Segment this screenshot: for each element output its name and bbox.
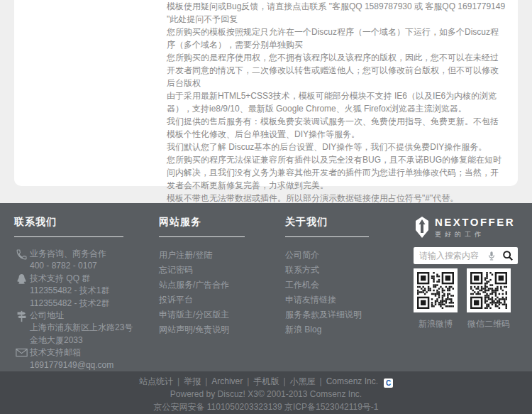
footer-service-link[interactable]: 忘记密码 — [159, 263, 245, 278]
separator: | — [205, 376, 207, 386]
contact-line: 1691779149@qq.com — [30, 359, 123, 371]
services-title: 网站服务 — [159, 216, 245, 227]
footer-about-link[interactable]: 公司简介 — [285, 248, 369, 263]
about-links: 公司简介联系方式工作机会申请友情链接服务条款及详细说明新浪 Blog — [285, 248, 369, 337]
comsenz-icon[interactable]: C — [384, 378, 393, 388]
icp-record: 京公安网安备 1101050203323139 京ICP备1523042119号… — [0, 401, 532, 413]
weibo-qr-block: 新浪微博 — [414, 268, 458, 330]
brand-tagline: 更好的工作 — [435, 230, 515, 239]
qq-icon — [16, 273, 28, 286]
contact-group: 业务咨询、商务合作400 - 8782 - 0107 — [14, 248, 123, 273]
contact-line: 金地大厦2033 — [30, 334, 123, 347]
contact-group: 公司地址上海市浦东新区上水路23号金地大厦2033 — [14, 310, 123, 347]
footer-about-link[interactable]: 工作机会 — [285, 278, 369, 293]
bottombar-link[interactable]: 手机版 — [253, 376, 279, 386]
bottombar-link[interactable]: 站点统计 — [139, 376, 173, 386]
bottombar-link[interactable]: 举报 — [184, 376, 201, 386]
footer-service-link[interactable]: 站点服务/广告合作 — [159, 278, 245, 293]
contact-line: 112355482 - 技术1群 — [30, 285, 123, 297]
qr-label: 新浪微博 — [414, 318, 458, 330]
separator: | — [283, 376, 285, 386]
terms-paragraph: 您所购买的模板按照规定只允许在一个Discuz程序（一个域名）下运行，如多个Di… — [167, 26, 506, 51]
terms-paragraph: 由于采用最新HTML5+CSS3技术，模板可能部分模块不支持 IE6（以及IE6… — [167, 89, 506, 115]
nextoffer-badge-icon — [414, 217, 431, 241]
footer-service-link[interactable]: 用户注册/登陆 — [159, 248, 245, 263]
wechat-qr-block: 微信二维码 — [467, 268, 511, 330]
footer-brand-column: NEXTOFFER 更好的工作 — [414, 216, 518, 330]
contact-group: 技术支持邮箱1691779149@qq.com — [14, 347, 123, 371]
brand-logo: NEXTOFFER 更好的工作 — [414, 216, 518, 241]
services-links: 用户注册/登陆忘记密码站点服务/广告合作投诉平台申请版主/分区版主网站声明/免责… — [159, 248, 245, 337]
bottombar-links: 站点统计|举报|Archiver|手机版|小黑屋|Comsenz Inc.C — [0, 375, 532, 388]
separator: | — [320, 376, 322, 386]
brand-name: NEXTOFFER — [435, 216, 515, 228]
mail-icon — [16, 347, 28, 360]
footer-service-link[interactable]: 网站声明/免责说明 — [159, 322, 245, 337]
bottombar-link[interactable]: Archiver — [211, 376, 243, 386]
column-underline — [285, 236, 369, 237]
terms-paragraph: 我们提供的售后服务有：模板免费安装调试服务一次、免费使用指导、免费更新。不包括模… — [167, 115, 506, 141]
contact-title: 联系我们 — [14, 216, 123, 227]
footer-about-link[interactable]: 申请友情链接 — [285, 293, 369, 307]
bottombar: 站点统计|举报|Archiver|手机版|小黑屋|Comsenz Inc.C P… — [0, 371, 532, 414]
search-input[interactable] — [414, 251, 485, 261]
bottombar-link[interactable]: Comsenz Inc. — [326, 376, 378, 386]
terms-paragraph: 模板使用疑问或Bug反馈，请直接点击联系 "客服QQ 1589787930 或 … — [167, 0, 506, 26]
contact-line: 112355482 - 技术2群 — [30, 298, 123, 310]
terms-paragraph: 您所购买的是程序使用权，您不拥有该程序以及该程序的版权，因此，您不可以在未经过开… — [167, 51, 506, 89]
terms-paragraph: 我们默认您了解 Discuz基本的后台设置、DIY操作等，我们不提供免费DIY操… — [167, 141, 506, 153]
qr-label: 微信二维码 — [467, 318, 511, 330]
bottombar-link[interactable]: 小黑屋 — [290, 376, 316, 386]
wechat-qr-image — [467, 268, 511, 312]
about-title: 关于我们 — [285, 216, 369, 227]
column-underline — [14, 236, 123, 237]
footer-about-link[interactable]: 联系方式 — [285, 263, 369, 278]
separator: | — [247, 376, 249, 386]
footer: 联系我们 业务咨询、商务合作400 - 8782 - 0107技术支持 QQ 群… — [0, 203, 532, 371]
contact-group: 技术支持 QQ 群112355482 - 技术1群112355482 - 技术2… — [14, 273, 123, 310]
microphone-icon[interactable] — [485, 247, 498, 264]
footer-about-link[interactable]: 新浪 Blog — [285, 322, 369, 337]
footer-searchbar — [414, 247, 518, 264]
contact-line: 技术支持 QQ 群 — [30, 273, 123, 285]
footer-contact-column: 联系我们 业务咨询、商务合作400 - 8782 - 0107技术支持 QQ 群… — [14, 216, 123, 371]
qr-row: 新浪微博 微信二维码 — [414, 268, 518, 330]
contact-line: 公司地址 — [30, 310, 123, 322]
terms-text: 模板使用疑问或Bug反馈，请直接点击联系 "客服QQ 1589787930 或 … — [167, 0, 506, 205]
phone-icon — [16, 249, 28, 261]
footer-about-column: 关于我们 公司简介联系方式工作机会申请友情链接服务条款及详细说明新浪 Blog — [285, 216, 369, 337]
footer-service-link[interactable]: 投诉平台 — [159, 293, 245, 307]
contact-line: 400 - 8782 - 0107 — [30, 260, 123, 272]
weibo-qr-image — [414, 268, 458, 312]
column-underline — [159, 236, 245, 237]
terms-panel: 模板使用疑问或Bug反馈，请直接点击联系 "客服QQ 1589787930 或 … — [14, 0, 518, 186]
powered-by: Powered by Discuz! X3© 2001-2013 Comsenz… — [0, 388, 532, 401]
contact-line: 技术支持邮箱 — [30, 347, 123, 359]
search-icon[interactable] — [498, 247, 518, 264]
contact-line: 上海市浦东新区上水路23号 — [30, 322, 123, 334]
contact-line: 业务咨询、商务合作 — [30, 248, 123, 260]
footer-about-link[interactable]: 服务条款及详细说明 — [285, 307, 369, 322]
separator: | — [177, 376, 179, 386]
signpost-icon — [16, 310, 28, 323]
footer-services-column: 网站服务 用户注册/登陆忘记密码站点服务/广告合作投诉平台申请版主/分区版主网站… — [159, 216, 245, 337]
contact-groups: 业务咨询、商务合作400 - 8782 - 0107技术支持 QQ 群11235… — [14, 248, 123, 371]
footer-service-link[interactable]: 申请版主/分区版主 — [159, 307, 245, 322]
terms-paragraph: 您所购买的程序无法保证兼容所有插件以及完全没有BUG，且不承诺BUG的修复能在短… — [167, 153, 506, 192]
